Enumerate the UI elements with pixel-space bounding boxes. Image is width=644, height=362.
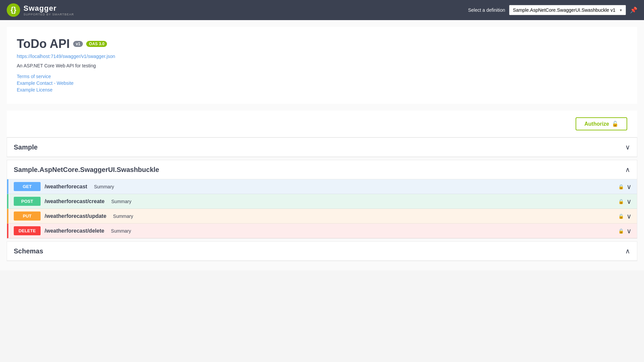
api-group-title: Sample.AspNetCore.SwaggerUI.Swashbuckle (14, 166, 159, 174)
authorize-label: Authorize (584, 121, 609, 127)
endpoint-summary-post: Summary (111, 199, 131, 204)
content-area: ToDo API v1 OAS 3.0 https://localhost:71… (0, 20, 644, 270)
endpoint-chevron-get: ∨ (627, 183, 632, 191)
endpoint-put-right: 🔒 ∨ (618, 212, 632, 220)
endpoint-get-right: 🔒 ∨ (618, 183, 632, 191)
api-group-swashbuckle: Sample.AspNetCore.SwaggerUI.Swashbuckle … (7, 160, 637, 239)
endpoint-put-left: PUT /weatherforecast/update Summary (14, 212, 133, 221)
endpoint-lock-post: 🔒 (618, 199, 624, 204)
schemas-title: Schemas (14, 247, 43, 255)
logo: {} Swagger Supported by SMARTBEAR (7, 3, 74, 17)
schemas-section: Schemas ∧ (7, 241, 637, 261)
badge-oas: OAS 3.0 (86, 41, 107, 47)
api-title-row: ToDo API v1 OAS 3.0 (17, 37, 627, 51)
endpoint-summary-delete: Summary (111, 228, 131, 234)
endpoint-put-weatherforecast[interactable]: PUT /weatherforecast/update Summary 🔒 ∨ (7, 209, 637, 224)
endpoint-post-right: 🔒 ∨ (618, 197, 632, 205)
api-description: An ASP.NET Core Web API for testing (17, 63, 627, 68)
svg-text:{}: {} (10, 5, 16, 14)
link-contact[interactable]: Example Contact - Website (17, 80, 627, 86)
swagger-logo-icon: {} (7, 3, 20, 17)
endpoint-path-post: /weatherforecast/create (45, 198, 105, 204)
api-links: Terms of service Example Contact - Websi… (17, 74, 627, 93)
method-badge-put: PUT (14, 212, 41, 221)
method-badge-delete: DELETE (14, 226, 41, 235)
link-license[interactable]: Example License (17, 87, 627, 93)
api-group-header[interactable]: Sample.AspNetCore.SwaggerUI.Swashbuckle … (7, 160, 637, 179)
api-title: ToDo API (17, 37, 70, 51)
endpoint-lock-delete: 🔒 (618, 228, 624, 234)
endpoint-post-left: POST /weatherforecast/create Summary (14, 197, 131, 206)
endpoint-delete-weatherforecast[interactable]: DELETE /weatherforecast/delete Summary 🔒… (7, 224, 637, 238)
endpoint-chevron-delete: ∨ (627, 227, 632, 235)
authorize-button[interactable]: Authorize 🔓 (576, 117, 627, 130)
endpoint-lock-get: 🔒 (618, 184, 624, 189)
endpoint-chevron-post: ∨ (627, 197, 632, 205)
endpoint-summary-put: Summary (113, 214, 133, 219)
method-badge-get: GET (14, 182, 41, 191)
endpoint-path-delete: /weatherforecast/delete (45, 228, 104, 234)
endpoint-path-put: /weatherforecast/update (45, 213, 106, 219)
definition-select[interactable]: Sample.AspNetCore.SwaggerUI.Swashbuckle … (509, 5, 626, 15)
logo-text: Swagger Supported by SMARTBEAR (23, 4, 74, 16)
link-terms[interactable]: Terms of service (17, 74, 627, 79)
header-right: Select a definition Sample.AspNetCore.Sw… (468, 5, 637, 15)
endpoint-lock-put: 🔒 (618, 214, 624, 219)
select-definition-label: Select a definition (468, 7, 505, 13)
endpoint-delete-left: DELETE /weatherforecast/delete Summary (14, 226, 131, 235)
header: {} Swagger Supported by SMARTBEAR Select… (0, 0, 644, 20)
logo-swagger-label: Swagger (23, 4, 74, 13)
authorize-row: Authorize 🔓 (7, 111, 637, 137)
api-group-chevron: ∧ (625, 166, 630, 174)
endpoint-delete-right: 🔒 ∨ (618, 227, 632, 235)
endpoint-chevron-put: ∨ (627, 212, 632, 220)
badge-v1: v1 (73, 41, 83, 47)
endpoint-get-weatherforecast[interactable]: GET /weatherforecast Summary 🔒 ∨ (7, 179, 637, 194)
sample-section-title: Sample (14, 143, 38, 151)
logo-smartbear-label: Supported by SMARTBEAR (23, 13, 74, 16)
endpoint-path-get: /weatherforecast (45, 184, 87, 190)
sample-section-header[interactable]: Sample ∨ (7, 138, 637, 157)
sample-section: Sample ∨ (7, 137, 637, 157)
endpoint-get-left: GET /weatherforecast Summary (14, 182, 114, 191)
schemas-chevron: ∧ (625, 247, 630, 255)
endpoint-post-weatherforecast[interactable]: POST /weatherforecast/create Summary 🔒 ∨ (7, 194, 637, 209)
endpoint-summary-get: Summary (94, 184, 114, 189)
sample-chevron: ∨ (625, 143, 630, 151)
api-info: ToDo API v1 OAS 3.0 https://localhost:71… (7, 27, 637, 104)
schemas-section-header[interactable]: Schemas ∧ (7, 242, 637, 261)
api-url[interactable]: https://localhost:7149/swagger/v1/swagge… (17, 54, 627, 59)
definition-select-wrapper[interactable]: Sample.AspNetCore.SwaggerUI.Swashbuckle … (509, 5, 626, 15)
lock-icon: 🔓 (612, 121, 619, 127)
pin-icon[interactable]: 📌 (630, 6, 637, 14)
method-badge-post: POST (14, 197, 41, 206)
